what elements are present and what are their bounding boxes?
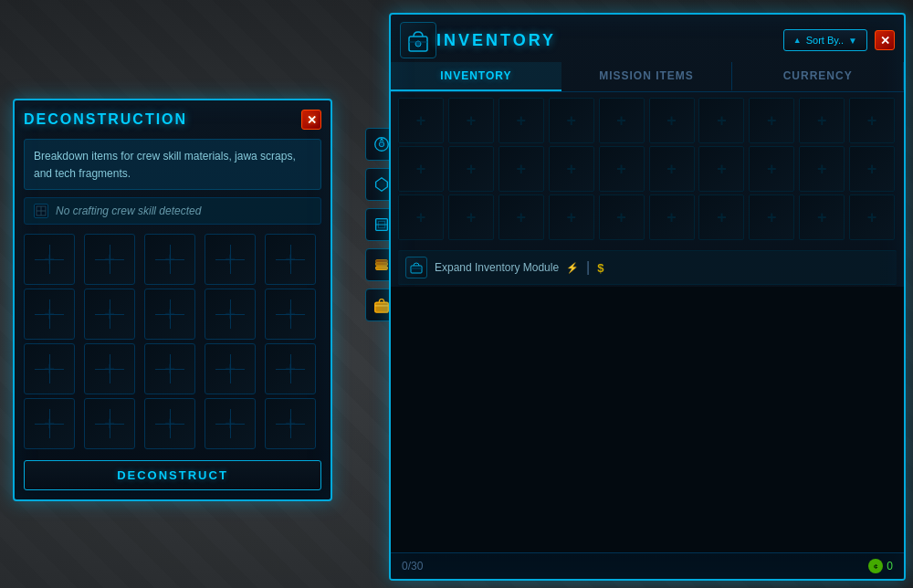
decon-title: DECONSTRUCTION (24, 111, 187, 128)
inv-slot[interactable] (398, 146, 444, 192)
credits-icon: ¢ (868, 559, 883, 573)
tab-currency[interactable]: CURRENCY (732, 62, 904, 91)
expand-separator: | (586, 259, 590, 276)
inv-slot[interactable] (498, 98, 544, 143)
expand-module-icon (405, 257, 427, 278)
credits-display: ¢ 0 (868, 559, 893, 573)
decon-slot[interactable] (265, 343, 316, 394)
decon-slot[interactable] (265, 234, 316, 285)
crew-skill-label: No crafting crew skill detected (56, 205, 201, 217)
svg-rect-13 (375, 302, 389, 312)
inv-slot[interactable] (448, 194, 494, 240)
slot-count-label: 0/30 (402, 560, 423, 572)
inv-slot[interactable] (749, 194, 794, 240)
decon-close-button[interactable]: ✕ (301, 110, 321, 130)
inv-slot[interactable] (599, 146, 645, 192)
expand-arrow-icon: ⚡ (566, 262, 579, 274)
decon-slot[interactable] (144, 234, 195, 285)
decon-slot[interactable] (265, 398, 316, 449)
inv-slot[interactable] (398, 194, 444, 240)
inventory-grid-row-3 (398, 194, 897, 240)
svg-rect-18 (411, 266, 422, 273)
inv-slot[interactable] (749, 98, 794, 143)
inventory-grid-row-2 (398, 146, 897, 192)
inventory-title: INVENTORY (436, 31, 556, 50)
inv-slot[interactable] (698, 194, 744, 240)
decon-slot[interactable] (84, 398, 135, 449)
cost-icon: $ (597, 261, 603, 275)
inventory-close-button[interactable]: ✕ (875, 30, 895, 50)
inv-slot[interactable] (649, 98, 695, 143)
inv-slot[interactable] (448, 146, 494, 192)
sort-triangle-icon: ▲ (793, 36, 802, 45)
deconstruction-panel: DECONSTRUCTION ✕ Breakdown items for cre… (13, 99, 332, 501)
crew-skill-bar: No crafting crew skill detected (24, 197, 321, 225)
decon-description-text: Breakdown items for crew skill materials… (34, 150, 296, 180)
inventory-header-icon (400, 22, 436, 58)
inventory-grid-container (391, 92, 904, 248)
inventory-footer: 0/30 ¢ 0 (391, 552, 904, 579)
inv-slot[interactable] (448, 98, 494, 143)
sort-label: Sort By.. (806, 35, 844, 46)
decon-slot[interactable] (24, 289, 75, 340)
inventory-grid-row-1 (398, 98, 897, 143)
decon-slot[interactable] (144, 398, 195, 449)
inv-slot[interactable] (498, 146, 544, 192)
inv-slot[interactable] (549, 146, 594, 192)
svg-point-4 (379, 142, 383, 146)
decon-slot[interactable] (24, 234, 75, 285)
sort-button[interactable]: ▲ Sort By.. ▼ (783, 29, 867, 51)
expand-module-label: Expand Inventory Module (435, 261, 559, 274)
svg-rect-10 (376, 267, 388, 270)
inv-slot[interactable] (549, 98, 594, 143)
decon-title-bar: DECONSTRUCTION ✕ (24, 110, 321, 130)
decon-slot[interactable] (205, 289, 256, 340)
decon-slot[interactable] (24, 398, 75, 449)
inv-slot[interactable] (698, 98, 744, 143)
decon-grid (24, 234, 321, 449)
decon-slot[interactable] (265, 289, 316, 340)
inv-slot[interactable] (849, 146, 895, 192)
decon-slot[interactable] (205, 398, 256, 449)
inv-slot[interactable] (849, 194, 895, 240)
inv-slot[interactable] (799, 194, 845, 240)
decon-slot[interactable] (144, 343, 195, 394)
svg-rect-12 (376, 260, 388, 263)
decon-slot[interactable] (84, 343, 135, 394)
deconstruct-button[interactable]: DECONSTRUCT (24, 460, 321, 490)
inv-slot[interactable] (599, 194, 645, 240)
inv-slot[interactable] (799, 98, 845, 143)
inv-slot[interactable] (649, 146, 695, 192)
decon-description-box: Breakdown items for crew skill materials… (24, 139, 321, 190)
inventory-title-bar: INVENTORY ▲ Sort By.. ▼ ✕ (391, 15, 904, 62)
inv-slot[interactable] (649, 194, 695, 240)
decon-slot[interactable] (84, 289, 135, 340)
inventory-panel: INVENTORY ▲ Sort By.. ▼ ✕ INVENTORY MISS… (389, 13, 906, 581)
decon-slot[interactable] (144, 289, 195, 340)
expand-module-row[interactable]: Expand Inventory Module ⚡ | $ (398, 250, 897, 285)
inv-slot[interactable] (799, 146, 845, 192)
inv-slot[interactable] (398, 98, 444, 143)
decon-slot[interactable] (84, 234, 135, 285)
inv-slot[interactable] (749, 146, 794, 192)
svg-rect-11 (376, 262, 388, 266)
inv-slot[interactable] (549, 194, 594, 240)
inv-slot[interactable] (498, 194, 544, 240)
svg-marker-6 (378, 180, 384, 188)
decon-slot[interactable] (24, 343, 75, 394)
tab-mission-items[interactable]: MISSION ITEMS (561, 62, 733, 91)
decon-slot[interactable] (205, 343, 256, 394)
sort-dropdown-icon: ▼ (848, 36, 857, 46)
empty-inventory-area (391, 287, 904, 552)
decon-slot[interactable] (205, 234, 256, 285)
inv-slot[interactable] (698, 146, 744, 192)
crew-skill-icon (34, 204, 48, 218)
inventory-tabs: INVENTORY MISSION ITEMS CURRENCY (391, 62, 904, 92)
credits-amount: 0 (887, 560, 893, 572)
inv-slot[interactable] (849, 98, 895, 143)
inv-slot[interactable] (599, 98, 645, 143)
tab-inventory[interactable]: INVENTORY (391, 62, 561, 91)
